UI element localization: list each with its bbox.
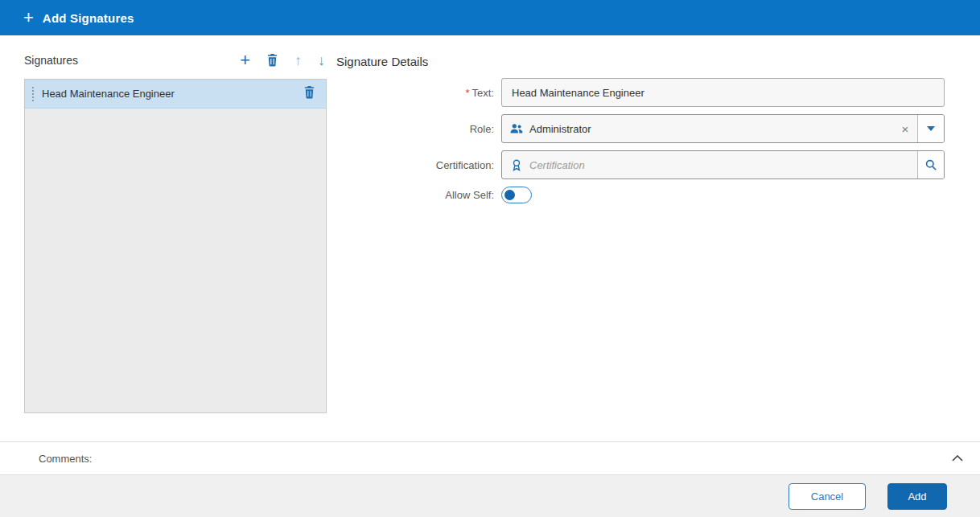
search-icon	[924, 158, 937, 171]
dialog-footer: Cancel Add	[0, 474, 980, 517]
text-input[interactable]	[501, 78, 945, 107]
allow-self-toggle[interactable]	[501, 187, 532, 203]
role-combobox-value-area[interactable]: Administrator	[502, 115, 893, 142]
signatures-toolbar: + ↑ ↓	[240, 51, 327, 69]
dialog-header: + Add Signatures	[0, 0, 980, 35]
chevron-up-icon	[951, 453, 964, 464]
delete-signature-button[interactable]	[266, 54, 278, 67]
signature-details-form: *Text: Role: Administrator ×	[336, 78, 950, 211]
required-marker: *	[465, 87, 469, 99]
certification-field-label: Certification:	[336, 159, 501, 171]
drag-handle-icon[interactable]	[32, 87, 34, 101]
add-signatures-dialog: + Add Signatures Signatures + ↑ ↓ Head M…	[0, 0, 980, 517]
signatures-panel-header: Signatures + ↑ ↓	[24, 50, 327, 71]
text-field-label: *Text:	[336, 87, 501, 99]
role-dropdown-button[interactable]	[917, 115, 944, 142]
comments-section: Comments:	[0, 441, 980, 474]
move-up-button[interactable]: ↑	[294, 53, 302, 68]
delete-item-icon[interactable]	[303, 86, 315, 102]
allow-self-row: Allow Self:	[336, 187, 950, 203]
role-selected-value: Administrator	[529, 123, 591, 135]
chevron-down-icon	[927, 126, 935, 131]
text-field-row: *Text:	[336, 78, 950, 107]
allow-self-label: Allow Self:	[336, 189, 501, 201]
list-item[interactable]: Head Maintenance Engineer	[25, 80, 326, 109]
trash-icon	[266, 54, 278, 67]
cancel-button[interactable]: Cancel	[789, 483, 866, 510]
signature-details-title: Signature Details	[336, 55, 428, 68]
signatures-list: Head Maintenance Engineer	[24, 79, 327, 413]
role-field-row: Role: Administrator ×	[336, 114, 950, 143]
certification-picker[interactable]: Certification	[501, 150, 945, 179]
certification-placeholder: Certification	[529, 159, 585, 171]
add-icon: +	[23, 9, 34, 27]
collapse-comments-button[interactable]	[951, 453, 964, 464]
role-combobox[interactable]: Administrator ×	[501, 114, 945, 143]
toggle-knob	[504, 190, 515, 200]
comments-label: Comments:	[39, 453, 92, 465]
role-clear-button[interactable]: ×	[893, 115, 917, 142]
certification-icon	[510, 158, 523, 171]
role-field-label: Role:	[336, 123, 501, 135]
move-down-button[interactable]: ↓	[318, 53, 325, 68]
certification-input-area[interactable]: Certification	[502, 151, 917, 178]
add-button[interactable]: Add	[887, 483, 947, 510]
signatures-title: Signatures	[24, 54, 78, 67]
users-icon	[510, 122, 523, 135]
list-item-label: Head Maintenance Engineer	[42, 88, 303, 100]
certification-search-button[interactable]	[917, 151, 944, 178]
add-signature-button[interactable]: +	[240, 51, 250, 69]
dialog-title: Add Signatures	[43, 11, 134, 25]
certification-field-row: Certification: Certification	[336, 150, 950, 179]
